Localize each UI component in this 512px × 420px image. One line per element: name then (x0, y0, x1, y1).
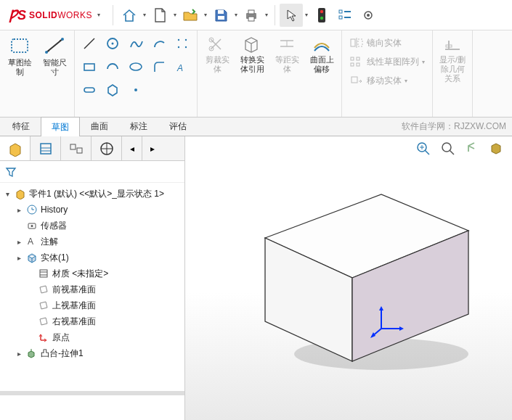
tree-item-front-plane[interactable]: 前视基准面 (1, 281, 183, 297)
tree-item-right-plane[interactable]: 右视基准面 (1, 313, 183, 329)
smart-dimension-button[interactable]: 智能尺 寸 (39, 33, 70, 78)
print-button[interactable] (240, 4, 263, 27)
annotation-icon: A (26, 236, 38, 247)
svg-point-20 (112, 43, 114, 45)
svg-rect-59 (40, 270, 47, 277)
home-dd[interactable]: ▾ (141, 12, 148, 18)
ellipse-tool[interactable] (126, 57, 146, 77)
print-dd[interactable]: ▾ (263, 12, 270, 18)
brand-dropdown[interactable]: ▾ (95, 12, 102, 18)
svg-rect-51 (77, 148, 82, 153)
rectangle-tool[interactable] (79, 57, 99, 77)
svg-marker-76 (370, 332, 375, 338)
svg-marker-72 (379, 306, 383, 310)
point-grid-tool[interactable] (172, 33, 192, 54)
svg-marker-74 (399, 326, 404, 331)
view-orientation-icon[interactable] (463, 139, 483, 157)
dimxpert-tab[interactable] (92, 136, 122, 160)
line-tool[interactable] (79, 33, 99, 54)
fillet-tool[interactable] (149, 57, 169, 77)
svg-rect-41 (351, 63, 354, 66)
slot-tool[interactable] (79, 80, 99, 100)
history-icon (26, 204, 38, 215)
select-button[interactable] (280, 4, 303, 27)
ribbon-panel-transform: 镜向实体 线性草图阵列▾ 移动实体▾ (342, 30, 433, 117)
mirror-button[interactable]: 镜向实体 (346, 33, 405, 52)
chevron-down-icon[interactable]: ▾ (3, 190, 12, 198)
tree-item-annotations[interactable]: ▸A注解 (1, 234, 183, 250)
svg-point-22 (185, 39, 187, 41)
svg-rect-36 (351, 39, 355, 46)
tree-item-top-plane[interactable]: 上视基准面 (1, 297, 183, 313)
new-dd[interactable]: ▾ (171, 12, 179, 18)
convert-entities-button[interactable]: 转换实 体引用 (237, 33, 267, 75)
svg-rect-0 (218, 10, 224, 14)
new-button[interactable] (148, 4, 171, 27)
arc-tool[interactable] (149, 33, 169, 54)
svg-point-24 (185, 46, 187, 48)
model-box (222, 165, 483, 383)
settings-gear-icon[interactable] (357, 4, 380, 27)
svg-rect-42 (357, 63, 359, 66)
open-button[interactable] (179, 4, 202, 27)
svg-rect-1 (218, 16, 224, 20)
svg-rect-43 (352, 77, 357, 83)
tree-item-material[interactable]: 材质 <未指定> (1, 265, 183, 281)
tree-item-sensors[interactable]: 传感器 (1, 218, 183, 234)
tree-root[interactable]: ▾ 零件1 (默认) <<默认>_显示状态 1> (1, 186, 183, 202)
open-dd[interactable]: ▾ (202, 12, 209, 18)
point-tool[interactable] (126, 80, 146, 100)
trim-button[interactable]: 剪裁实 体 (202, 33, 232, 75)
separator (275, 5, 275, 25)
svg-point-17 (61, 38, 64, 41)
select-dd[interactable]: ▾ (303, 12, 310, 18)
tab-sketch[interactable]: 草图 (41, 117, 80, 136)
display-style-icon[interactable] (487, 139, 508, 157)
svg-line-64 (425, 150, 429, 155)
side-tab-next[interactable]: ▸ (142, 136, 163, 160)
options-list-icon[interactable] (333, 4, 357, 27)
feature-tree-tab[interactable] (0, 136, 31, 160)
tree-item-extrude[interactable]: ▸凸台-拉伸1 (1, 345, 183, 361)
offset-entities-button[interactable]: 等距实 体 (272, 33, 302, 75)
svg-rect-25 (84, 64, 94, 70)
tab-features[interactable]: 特征 (1, 116, 41, 136)
svg-point-13 (367, 14, 370, 17)
sketch-create-button[interactable]: 草图绘 制 (4, 33, 35, 78)
linear-pattern-button[interactable]: 线性草图阵列▾ (346, 52, 428, 71)
circle-tool[interactable] (102, 33, 123, 54)
tree-item-origin[interactable]: 原点 (1, 329, 183, 345)
save-button[interactable] (209, 4, 232, 27)
svg-rect-9 (339, 16, 342, 19)
svg-rect-3 (248, 10, 254, 14)
arc3p-tool[interactable] (102, 57, 123, 77)
polygon-tool[interactable] (102, 80, 123, 100)
config-tab[interactable] (61, 136, 92, 160)
plane-icon (38, 316, 49, 327)
feature-tree: ▾ 零件1 (默认) <<默认>_显示状态 1> ▸History 传感器 ▸A… (0, 183, 184, 391)
tree-root-label: 零件1 (默认) <<默认>_显示状态 1> (29, 188, 164, 200)
move-entities-button[interactable]: 移动实体▾ (346, 71, 410, 90)
side-tab-prev[interactable]: ◂ (122, 136, 142, 160)
graphics-viewport[interactable] (185, 136, 512, 420)
offset-surface-button[interactable]: 曲面上 偏移 (306, 33, 337, 75)
traffic-icon[interactable] (310, 4, 333, 27)
filter-icon[interactable] (4, 165, 17, 178)
tree-item-history[interactable]: ▸History (1, 202, 183, 218)
text-tool[interactable]: A (172, 57, 192, 77)
tab-evaluate[interactable]: 评估 (158, 116, 198, 136)
home-button[interactable] (118, 4, 141, 27)
save-dd[interactable]: ▾ (232, 12, 240, 18)
plane-icon (38, 284, 49, 295)
tab-surfaces[interactable]: 曲面 (80, 116, 119, 136)
solidbody-icon (26, 252, 38, 263)
property-tab[interactable] (31, 136, 61, 160)
tab-annotate[interactable]: 标注 (119, 116, 158, 136)
zoom-fit-icon[interactable] (413, 139, 434, 157)
tree-item-solidbodies[interactable]: ▸实体(1) (1, 250, 183, 265)
ribbon-panel-entities: A (75, 30, 198, 117)
zoom-area-icon[interactable] (438, 139, 458, 157)
spline-tool[interactable] (126, 33, 146, 54)
display-relations-button[interactable]: 显示/删 除几何 关系 (437, 33, 468, 85)
svg-rect-4 (248, 17, 254, 21)
